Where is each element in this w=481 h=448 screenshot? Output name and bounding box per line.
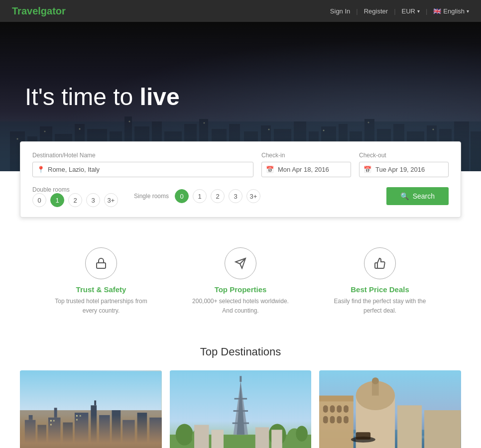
divider3: | — [426, 7, 427, 15]
hero-title-bold: live — [140, 84, 180, 110]
svg-rect-52 — [75, 413, 88, 448]
svg-rect-104 — [356, 433, 370, 440]
venice-skyline-svg — [319, 370, 461, 448]
currency-value: EUR — [402, 7, 415, 15]
checkout-input[interactable] — [364, 166, 443, 173]
svg-rect-46 — [25, 420, 36, 448]
svg-rect-80 — [211, 430, 224, 448]
dest-image-paris — [170, 370, 312, 448]
currency-selector[interactable]: EUR ▾ — [402, 7, 420, 15]
single-room-1[interactable]: 1 — [193, 189, 207, 203]
svg-rect-56 — [112, 410, 121, 448]
svg-point-100 — [372, 378, 379, 385]
svg-point-32 — [17, 138, 18, 140]
destinations-title: Top Destinations — [20, 345, 461, 358]
checkout-label: Check-out — [359, 152, 449, 159]
single-room-2[interactable]: 2 — [211, 189, 225, 203]
svg-point-38 — [323, 130, 325, 131]
double-room-3plus[interactable]: 3+ — [104, 193, 118, 207]
svg-rect-101 — [397, 406, 422, 448]
feature-deals: Best Price Deals Easily find the perfect… — [330, 247, 430, 316]
double-rooms-group: Double rooms 0 1 2 3 3+ — [32, 185, 118, 207]
single-rooms-label: Single rooms — [134, 193, 169, 200]
svg-rect-91 — [337, 406, 342, 413]
double-room-2[interactable]: 2 — [68, 193, 82, 207]
brand-logo[interactable]: Travelgator — [12, 5, 66, 17]
svg-point-37 — [268, 129, 270, 130]
register-link[interactable]: Register — [364, 7, 388, 15]
svg-rect-62 — [50, 424, 52, 426]
dest-image-venice — [319, 370, 461, 448]
rooms-row: Double rooms 0 1 2 3 3+ Single rooms 0 1… — [32, 185, 449, 207]
double-rooms-label: Double rooms — [32, 186, 70, 193]
svg-point-40 — [433, 129, 434, 130]
single-room-0[interactable]: 0 — [175, 189, 189, 203]
destinations-grid: New York, United States — [20, 370, 461, 448]
thumbsup-icon — [374, 257, 386, 269]
svg-point-33 — [44, 131, 46, 132]
search-labels-row: Destination/Hotel Name Check-in Check-ou… — [32, 152, 449, 159]
signin-link[interactable]: Sign In — [330, 7, 350, 15]
svg-rect-59 — [149, 418, 162, 448]
svg-rect-92 — [344, 406, 349, 413]
svg-point-36 — [204, 122, 205, 124]
divider1: | — [356, 7, 358, 15]
checkin-input[interactable] — [267, 166, 346, 173]
svg-rect-60 — [50, 420, 52, 422]
svg-point-68 — [175, 424, 193, 446]
svg-point-39 — [368, 122, 369, 123]
deals-icon-circle — [364, 247, 396, 279]
svg-point-72 — [296, 426, 308, 442]
destination-label: Destination/Hotel Name — [32, 152, 253, 159]
svg-rect-53 — [91, 406, 97, 448]
double-room-0[interactable]: 0 — [32, 193, 46, 207]
destination-input[interactable] — [38, 166, 248, 173]
svg-rect-47 — [29, 415, 33, 420]
svg-rect-55 — [99, 415, 110, 448]
svg-rect-63 — [76, 415, 78, 417]
svg-rect-88 — [319, 396, 354, 402]
search-icon: 🔍 — [400, 192, 409, 200]
properties-title: Top Properties — [191, 285, 290, 294]
svg-rect-54 — [94, 401, 96, 406]
svg-rect-57 — [122, 420, 135, 448]
language-chevron-icon: ▾ — [467, 8, 469, 14]
dest-image-newyork — [20, 370, 162, 448]
svg-rect-77 — [232, 423, 248, 424]
lock-icon — [95, 257, 107, 269]
svg-rect-79 — [194, 425, 209, 448]
brand-suffix: gator — [41, 5, 66, 16]
destination-input-wrap: 📍 — [32, 162, 253, 177]
single-rooms-options: 0 1 2 3 3+ — [175, 189, 260, 203]
brand-prefix: Travel — [12, 5, 41, 16]
double-room-3[interactable]: 3 — [86, 193, 100, 207]
deals-desc: Easily find the perfect stay with the pe… — [330, 297, 430, 316]
double-rooms-options: 0 1 2 3 3+ — [32, 193, 118, 207]
double-room-1[interactable]: 1 — [50, 193, 64, 207]
single-room-3plus[interactable]: 3+ — [246, 189, 260, 203]
svg-rect-41 — [97, 263, 106, 268]
checkin-calendar-icon: 📅 — [266, 166, 274, 173]
svg-rect-96 — [344, 416, 349, 424]
search-inputs-row: 📍 📅 📅 — [32, 162, 449, 177]
svg-point-34 — [79, 128, 81, 130]
checkout-calendar-icon: 📅 — [363, 166, 371, 173]
dest-card-venice[interactable]: Venice, Italy — [319, 370, 461, 448]
dest-card-paris[interactable]: Paris, France — [170, 370, 312, 448]
svg-rect-61 — [53, 420, 55, 422]
single-room-3[interactable]: 3 — [229, 189, 242, 203]
svg-point-35 — [129, 121, 130, 122]
search-button[interactable]: 🔍 Search — [386, 187, 449, 205]
divider2: | — [394, 7, 395, 15]
svg-rect-31 — [471, 131, 481, 171]
search-button-label: Search — [413, 192, 435, 200]
language-selector[interactable]: 🇬🇧 English ▾ — [433, 7, 469, 15]
checkin-input-wrap: 📅 — [261, 162, 351, 177]
dest-card-newyork[interactable]: New York, United States — [20, 370, 162, 448]
paris-skyline-svg — [170, 370, 312, 448]
hero-title-normal: It's time to — [25, 84, 140, 110]
feature-trust: Trust & Safety Top trusted hotel partner… — [51, 247, 151, 316]
features-section: Trust & Safety Top trusted hotel partner… — [0, 218, 481, 336]
navbar-right: Sign In | Register | EUR ▾ | 🇬🇧 English … — [330, 7, 469, 15]
svg-rect-89 — [323, 406, 328, 413]
